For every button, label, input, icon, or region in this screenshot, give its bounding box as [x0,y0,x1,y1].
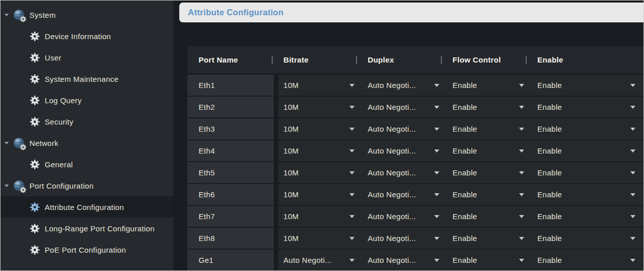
bitrate-dropdown[interactable]: 10M [278,118,363,139]
bitrate-dropdown[interactable]: 10M [278,228,363,249]
content-tab-bar: Attribute Configuration [179,3,643,22]
sidebar-item-security[interactable]: Security [1,111,173,132]
bitrate-dropdown[interactable]: Auto Negoti... [278,250,363,270]
enable-dropdown[interactable]: Enable [532,250,643,270]
chevron-down-icon [630,259,635,262]
chevron-down-icon [519,84,524,87]
flow-control-dropdown[interactable]: Enable [447,118,532,139]
chevron-down-icon [434,259,439,262]
port-name-label: Eth6 [199,190,215,199]
category-globe-icon [13,180,25,192]
port-name-label: Eth1 [199,81,215,89]
enable-dropdown[interactable]: Enable [532,97,643,117]
duplex-dropdown[interactable]: Auto Negoti... [363,162,447,183]
chevron-down-icon [519,106,524,109]
port-name-cell: Ge1 [187,250,274,270]
duplex-dropdown[interactable]: Auto Negoti... [363,118,447,139]
port-name-cell: Eth2 [187,97,274,117]
sidebar-item-log-query[interactable]: Log Query [1,89,173,111]
flow-control-dropdown[interactable]: Enable [447,250,532,270]
chevron-down-icon [434,215,439,218]
enable-dropdown[interactable]: Enable [532,228,643,249]
chevron-down-icon [349,84,355,87]
port-name-cell: Eth8 [187,228,274,249]
flow-control-dropdown[interactable]: Enable [447,206,532,227]
tab-attribute-configuration[interactable]: Attribute Configuration [179,3,283,22]
flow-control-dropdown[interactable]: Enable [447,228,532,249]
gear-icon [30,117,40,127]
duplex-dropdown[interactable]: Auto Negoti... [363,75,447,96]
enable-dropdown[interactable]: Enable [532,118,643,139]
sidebar-item-label: Security [45,117,74,126]
bitrate-dropdown[interactable]: 10M [278,184,363,205]
column-header-enable: Enable [532,55,643,64]
column-header-label: Bitrate [283,55,309,64]
chevron-down-icon [519,149,524,153]
flow-control-dropdown[interactable]: Enable [447,97,532,117]
collapse-arrow-icon[interactable] [5,14,9,16]
gear-icon [30,74,40,84]
bitrate-dropdown[interactable]: 10M [278,75,363,96]
sidebar-item-label: Device Information [45,32,111,41]
sidebar-item-label: System Maintenance [45,75,118,83]
enable-dropdown[interactable]: Enable [532,184,643,205]
column-header-label: Port Name [199,55,238,64]
bitrate-dropdown[interactable]: 10M [278,97,363,117]
chevron-down-icon [519,171,524,174]
bitrate-dropdown[interactable]: 10M [278,162,363,183]
chevron-down-icon [630,215,635,218]
sidebar-item-long-range-port-configuration[interactable]: Long-Range Port Configuration [1,218,173,239]
chevron-down-icon [434,84,439,87]
column-header-bitrate: Bitrate [278,55,363,64]
sidebar-group-network[interactable]: Network [1,132,173,154]
flow-control-dropdown[interactable]: Enable [447,184,532,205]
column-divider [356,55,357,64]
chevron-down-icon [349,128,355,131]
flow-control-dropdown[interactable]: Enable [447,140,532,161]
duplex-dropdown[interactable]: Auto Negoti... [363,140,447,161]
bitrate-dropdown[interactable]: 10M [278,140,363,161]
chevron-down-icon [630,84,635,87]
sidebar-item-system-maintenance[interactable]: System Maintenance [1,68,173,89]
page-title: Attribute Configuration [188,8,283,17]
gear-icon [30,160,40,169]
sidebar-item-device-information[interactable]: Device Information [1,25,173,47]
flow-control-dropdown[interactable]: Enable [447,162,532,183]
gear-icon [30,53,40,63]
gear-icon [30,224,40,233]
duplex-dropdown[interactable]: Auto Negoti... [363,184,447,205]
sidebar-group-system[interactable]: System [1,4,173,25]
sidebar-item-poe-port-configuration[interactable]: PoE Port Configuration [1,239,173,260]
enable-dropdown[interactable]: Enable [532,75,643,96]
sidebar-item-attribute-configuration[interactable]: Attribute Configuration [1,196,173,218]
chevron-down-icon [630,171,635,174]
switch-web-ui: System Device Information User System Ma… [0,0,644,271]
main-content: Attribute Configuration Port Name Bitrat… [173,1,643,270]
flow-control-dropdown[interactable]: Enable [447,75,532,96]
chevron-down-icon [519,259,524,262]
gear-icon [30,245,40,255]
duplex-dropdown[interactable]: Auto Negoti... [363,250,447,270]
duplex-dropdown[interactable]: Auto Negoti... [363,97,447,117]
collapse-arrow-icon[interactable] [5,185,9,187]
sidebar-item-label: Long-Range Port Configuration [45,224,154,233]
table-row: Eth6 10M Auto Negoti... Enable Enable [187,184,643,205]
chevron-down-icon [434,149,439,153]
table-row: Ge1 Auto Negoti... Auto Negoti... Enable… [187,250,643,270]
chevron-down-icon [630,128,635,131]
enable-dropdown[interactable]: Enable [532,206,643,227]
sidebar-item-general[interactable]: General [1,154,173,175]
table-row: Eth8 10M Auto Negoti... Enable Enable [187,228,643,249]
sidebar-group-label: System [29,11,56,19]
bitrate-dropdown[interactable]: 10M [278,206,363,227]
duplex-dropdown[interactable]: Auto Negoti... [363,206,447,227]
sidebar-group-port-configuration[interactable]: Port Configuration [1,175,173,196]
enable-dropdown[interactable]: Enable [532,140,643,161]
enable-dropdown[interactable]: Enable [532,162,643,183]
port-name-cell: Eth3 [187,118,274,139]
duplex-dropdown[interactable]: Auto Negoti... [363,228,447,249]
sidebar-item-label: General [45,160,73,169]
collapse-arrow-icon[interactable] [5,142,9,144]
sidebar-item-user[interactable]: User [1,47,173,68]
port-name-label: Eth4 [199,146,215,155]
